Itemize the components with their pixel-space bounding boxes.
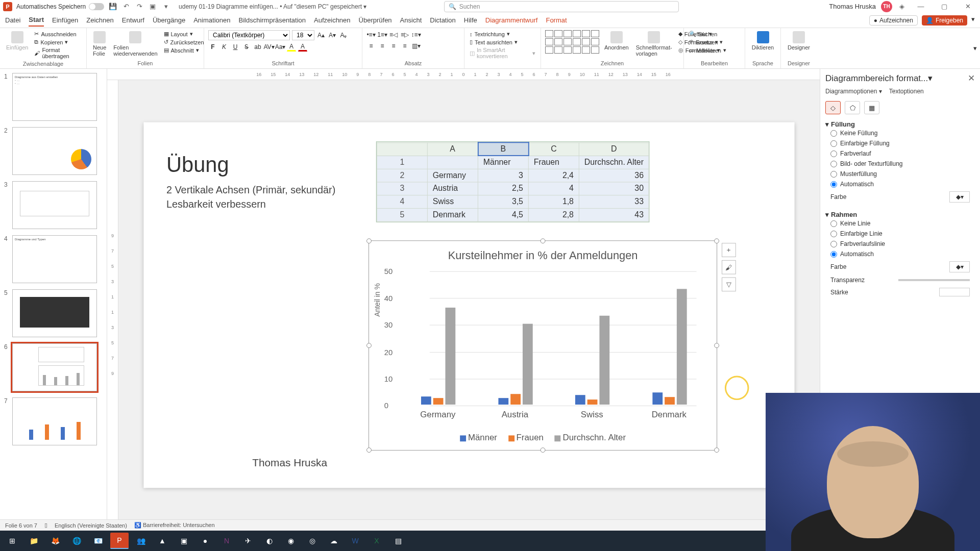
chart-plot[interactable]: GermanyAustriaSwissDenmark bbox=[399, 271, 706, 405]
minimize-button[interactable]: — bbox=[912, 2, 930, 12]
copy-button[interactable]: ⧉ Kopieren ▾ bbox=[33, 38, 82, 46]
save-icon[interactable]: 💾 bbox=[108, 2, 117, 11]
dictate-button[interactable]: Diktieren bbox=[749, 30, 776, 52]
slide-subtitle[interactable]: 2 Vertikale Achsen (Primär, sekundär) Le… bbox=[166, 183, 335, 211]
text-direction-button[interactable]: ↕ Textrichtung ▾ bbox=[469, 30, 536, 38]
app-icon-3[interactable]: ◐ bbox=[260, 533, 279, 549]
chart-plus-icon[interactable]: ＋ bbox=[722, 243, 736, 257]
bullets-button[interactable]: •≡▾ bbox=[366, 30, 376, 39]
line-color-button[interactable]: ◆▾ bbox=[949, 261, 970, 272]
justify-button[interactable]: ≡ bbox=[400, 41, 409, 51]
pane-dropdown-icon[interactable]: ▾ bbox=[928, 73, 933, 84]
slide-author[interactable]: Thomas Hruska bbox=[252, 457, 327, 469]
slide-title[interactable]: Übung bbox=[166, 153, 229, 177]
line-width-input[interactable] bbox=[939, 288, 970, 296]
quick-styles-button[interactable]: Schnellformat-vorlagen bbox=[634, 30, 674, 58]
file-name[interactable]: udemy 01-19 Diagramme einfügen... • Auf … bbox=[179, 3, 366, 10]
tab-start[interactable]: Start bbox=[29, 14, 44, 27]
close-pane-icon[interactable]: ✕ bbox=[968, 73, 975, 84]
accessibility-status[interactable]: ♿ Barrierefreiheit: Untersuchen bbox=[134, 522, 215, 529]
underline-button[interactable]: U bbox=[231, 42, 240, 52]
fill-picture-radio[interactable]: Bild- oder Texturfüllung bbox=[825, 159, 975, 169]
language-status[interactable]: Englisch (Vereinigte Staaten) bbox=[55, 522, 127, 529]
case-button[interactable]: Aa▾ bbox=[276, 42, 285, 52]
find-button[interactable]: 🔍 Suchen bbox=[688, 30, 741, 38]
fill-gradient-radio[interactable]: Farbverlauf bbox=[825, 148, 975, 159]
present-icon[interactable]: ▣ bbox=[148, 2, 157, 11]
layout-button[interactable]: ▦ Layout ▾ bbox=[163, 30, 205, 38]
fill-line-icon[interactable]: ◇ bbox=[825, 101, 841, 114]
fill-auto-radio[interactable]: Automatisch bbox=[825, 179, 975, 189]
thumb-3[interactable] bbox=[12, 181, 97, 229]
thumb-6[interactable] bbox=[12, 343, 97, 391]
tab-ansicht[interactable]: Ansicht bbox=[400, 14, 422, 26]
chart-filter-icon[interactable]: ▽ bbox=[722, 278, 736, 292]
line-gradient-radio[interactable]: Farbverlaufslinie bbox=[825, 239, 975, 249]
maximize-button[interactable]: ▢ bbox=[935, 2, 953, 12]
ribbon-options-icon[interactable]: ▾ bbox=[973, 44, 977, 52]
chart-data-table[interactable]: ABCD 1MännerFrauenDurchschn. Alter 2Germ… bbox=[376, 141, 650, 222]
columns-button[interactable]: ▥▾ bbox=[411, 41, 421, 51]
shapes-gallery[interactable] bbox=[545, 30, 599, 54]
format-painter-button[interactable]: 🖌 Format übertragen bbox=[33, 46, 82, 60]
font-size-select[interactable]: 18 bbox=[292, 30, 314, 40]
thumb-7[interactable] bbox=[12, 397, 97, 445]
search-input[interactable]: 🔍 Suchen bbox=[444, 1, 679, 12]
record-button[interactable]: ● Aufzeichnen bbox=[869, 15, 918, 26]
align-right-button[interactable]: ≡ bbox=[389, 41, 398, 51]
vlc-icon[interactable]: ▲ bbox=[153, 533, 172, 549]
tab-datei[interactable]: Datei bbox=[5, 14, 20, 26]
indent-inc-button[interactable]: ≡▷ bbox=[400, 30, 409, 39]
tab-aufzeichnen[interactable]: Aufzeichnen bbox=[314, 14, 351, 26]
reuse-slides-button[interactable]: Folien wiederverwenden bbox=[111, 30, 159, 58]
tab-zeichnen[interactable]: Zeichnen bbox=[86, 14, 113, 26]
paste-button[interactable]: Einfügen bbox=[4, 30, 30, 52]
font-color-button[interactable]: A bbox=[298, 42, 307, 52]
app-icon-4[interactable]: ◉ bbox=[282, 533, 300, 549]
increase-font-icon[interactable]: A▴ bbox=[316, 31, 326, 40]
powerpoint-taskbar-icon[interactable]: P bbox=[110, 533, 129, 549]
chrome-icon[interactable]: 🌐 bbox=[67, 533, 86, 549]
thumb-5[interactable] bbox=[12, 289, 97, 337]
effects-icon[interactable]: ⬠ bbox=[845, 101, 860, 114]
tab-einfuegen[interactable]: Einfügen bbox=[52, 14, 78, 26]
indent-dec-button[interactable]: ≡◁ bbox=[389, 30, 398, 39]
avatar[interactable]: TH bbox=[881, 1, 892, 12]
tab-uebergaenge[interactable]: Übergänge bbox=[153, 14, 185, 26]
app-icon-2[interactable]: ● bbox=[196, 533, 214, 549]
align-text-button[interactable]: ▯ Text ausrichten ▾ bbox=[469, 38, 536, 46]
line-solid-radio[interactable]: Einfarbige Linie bbox=[825, 229, 975, 239]
app-icon-6[interactable]: ☁ bbox=[325, 533, 343, 549]
align-left-button[interactable]: ≡ bbox=[366, 41, 376, 51]
fill-section-toggle[interactable]: ▾ Füllung bbox=[825, 120, 975, 128]
highlight-button[interactable]: A bbox=[287, 42, 296, 52]
tab-hilfe[interactable]: Hilfe bbox=[464, 14, 477, 26]
chart-options-tab[interactable]: Diagrammoptionen ▾ bbox=[825, 88, 882, 95]
fill-color-button[interactable]: ◆▾ bbox=[949, 191, 970, 203]
thumb-4[interactable]: Diagramme und Typen bbox=[12, 235, 97, 283]
autosave-toggle[interactable]: Automatisches Speichern bbox=[16, 3, 104, 10]
replace-button[interactable]: ᵃᵇ Ersetzen ▾ bbox=[688, 38, 741, 46]
decrease-font-icon[interactable]: A▾ bbox=[328, 31, 337, 40]
app-icon-7[interactable]: ▤ bbox=[389, 533, 407, 549]
numbering-button[interactable]: 1≡▾ bbox=[378, 30, 387, 39]
reset-button[interactable]: ↺ Zurücksetzen bbox=[163, 38, 205, 46]
teams-icon[interactable]: 👥 bbox=[132, 533, 150, 549]
share-button[interactable]: 👤 Freigeben bbox=[922, 15, 967, 26]
tab-format[interactable]: Format bbox=[546, 14, 567, 26]
excel-icon[interactable]: X bbox=[368, 533, 386, 549]
undo-icon[interactable]: ↶ bbox=[121, 2, 131, 11]
shadow-button[interactable]: ab bbox=[253, 42, 262, 52]
thumb-2[interactable] bbox=[12, 127, 97, 175]
file-explorer-icon[interactable]: 📁 bbox=[24, 533, 43, 549]
thumb-1[interactable]: Diagramme aus Daten erstellen- …- … bbox=[12, 73, 97, 121]
fill-pattern-radio[interactable]: Musterfüllung bbox=[825, 169, 975, 179]
telegram-icon[interactable]: ✈ bbox=[239, 533, 257, 549]
collapse-ribbon-icon[interactable]: ▾ bbox=[971, 15, 975, 26]
onenote-icon[interactable]: N bbox=[217, 533, 236, 549]
tab-dictation[interactable]: Dictation bbox=[430, 14, 456, 26]
transparency-slider[interactable] bbox=[898, 279, 970, 281]
arrange-button[interactable]: Anordnen bbox=[602, 30, 631, 52]
chart-legend[interactable]: MännerFrauenDurchschn. Alter bbox=[369, 433, 717, 443]
start-button[interactable]: ⊞ bbox=[3, 533, 21, 549]
